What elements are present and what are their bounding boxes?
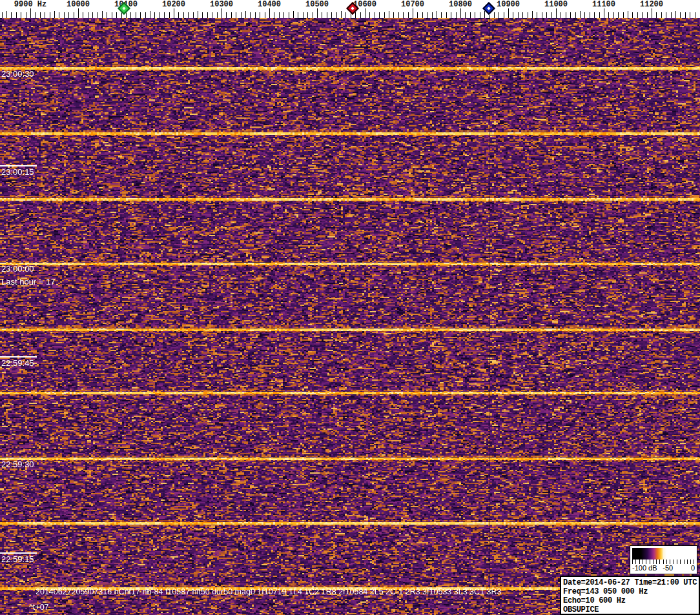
axis-tick [460, 8, 461, 18]
axis-tick [398, 12, 399, 18]
axis-tick [327, 12, 327, 18]
axis-tick [690, 12, 690, 18]
axis-tick [652, 8, 652, 18]
axis-tick [537, 12, 537, 18]
spectrogram-screen: 9900 Hz100001010010200103001040010500106… [0, 0, 700, 615]
axis-tick [45, 12, 45, 18]
axis-tick [685, 12, 686, 18]
axis-tick [389, 11, 389, 18]
axis-tick [265, 12, 265, 18]
axis-tick [250, 12, 251, 18]
axis-tick [35, 12, 36, 18]
db-gradient-bar [632, 548, 695, 560]
axis-tick [6, 11, 7, 18]
axis-tick [695, 12, 695, 18]
axis-tick [551, 12, 552, 18]
axis-tick [403, 12, 404, 18]
axis-tick-label: 10900 [497, 0, 520, 9]
axis-tick [54, 11, 55, 18]
axis-tick [480, 12, 480, 18]
frequency-axis[interactable]: 9900 Hz100001010010200103001040010500106… [0, 0, 700, 18]
info-line-date: Date=2014-06-27 Time=21:00 UTC [563, 578, 697, 587]
axis-tick [661, 12, 662, 18]
axis-tick [427, 12, 427, 18]
axis-tick-label: 10200 [162, 0, 185, 9]
axis-tick [594, 12, 595, 18]
time-tick [0, 356, 37, 358]
info-line-freq: Freq=143 050 000 Hz [563, 587, 697, 596]
axis-tick [475, 12, 475, 18]
time-label: 22:59:30 [1, 459, 34, 469]
axis-tick [293, 11, 294, 18]
axis-tick [260, 12, 260, 18]
axis-tick [193, 12, 194, 18]
axis-tick [546, 12, 547, 18]
axis-tick [307, 12, 308, 18]
axis-tick [532, 11, 533, 18]
axis-tick [456, 12, 457, 18]
axis-tick [518, 12, 519, 18]
axis-tick [561, 12, 561, 18]
axis-tick [274, 12, 274, 18]
axis-tick [136, 12, 136, 18]
axis-tick [83, 12, 83, 18]
axis-tick [154, 12, 155, 18]
axis-tick [241, 12, 242, 18]
axis-tick-label: 11200 [640, 0, 663, 9]
axis-tick [74, 12, 74, 18]
axis-tick [317, 8, 318, 18]
axis-tick [522, 12, 523, 18]
axis-tick [78, 8, 79, 18]
axis-tick [322, 12, 322, 18]
axis-tick [303, 12, 304, 18]
axis-tick [88, 12, 88, 18]
axis-tick [432, 12, 433, 18]
axis-tick [556, 8, 557, 18]
axis-tick [16, 12, 17, 18]
axis-tick [169, 12, 170, 18]
waterfall-canvas[interactable] [0, 18, 700, 615]
axis-tick-label: 11000 [544, 0, 568, 9]
axis-tick [40, 12, 41, 18]
axis-tick [599, 12, 600, 18]
axis-tick-label: 10800 [449, 0, 472, 9]
axis-tick [226, 12, 227, 18]
axis-tick [360, 12, 361, 18]
footer-note: ^t+07 [29, 603, 49, 612]
axis-tick [632, 12, 633, 18]
axis-tick [384, 12, 385, 18]
axis-tick [637, 12, 638, 18]
axis-tick [298, 12, 298, 18]
axis-tick [379, 12, 380, 18]
time-label: 23:00:30 [1, 69, 34, 79]
axis-tick [671, 12, 672, 18]
axis-tick [202, 12, 203, 18]
axis-tick [188, 12, 189, 18]
info-line-station: OBSUPICE [563, 605, 697, 614]
axis-tick [231, 12, 232, 18]
axis-tick [647, 12, 648, 18]
axis-tick [336, 12, 337, 18]
marker-center-dot [487, 6, 491, 10]
axis-tick [375, 12, 375, 18]
db-label-min: -100 dB [632, 564, 657, 572]
axis-tick [64, 12, 65, 18]
axis-tick [160, 12, 160, 18]
axis-tick [675, 11, 676, 18]
axis-tick-label: 9900 Hz [14, 0, 46, 9]
time-label: 23:00:00 [1, 264, 34, 274]
axis-tick [50, 12, 50, 18]
axis-tick [528, 12, 528, 18]
axis-tick [130, 12, 131, 18]
axis-tick [470, 12, 471, 18]
axis-tick [112, 12, 112, 18]
axis-tick [422, 12, 423, 18]
time-tick [0, 165, 37, 166]
axis-tick-label: 10400 [258, 0, 281, 9]
axis-tick [174, 8, 174, 18]
axis-tick [121, 12, 122, 18]
axis-tick [618, 12, 619, 18]
axis-tick [212, 12, 212, 18]
axis-tick-label: 10700 [401, 0, 424, 9]
axis-tick [408, 12, 409, 18]
